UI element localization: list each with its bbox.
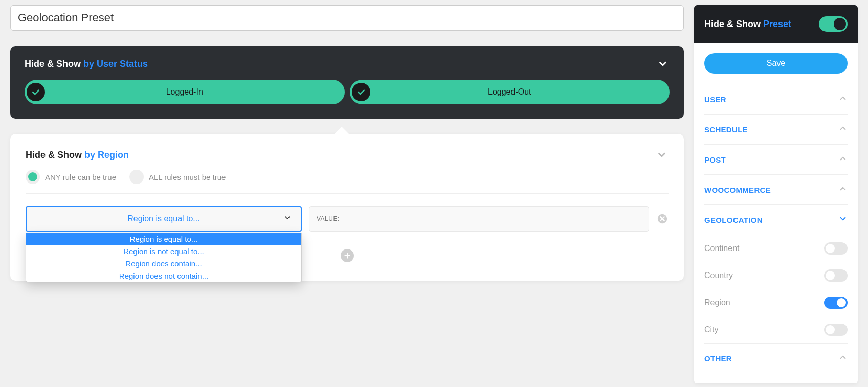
rule-condition-dropdown: Region is equal to... Region is not equa…: [26, 233, 302, 282]
sidebar-header: Hide & Show Preset: [694, 5, 858, 43]
chevron-up-icon: [838, 124, 848, 135]
sidebar-section-post[interactable]: POST: [704, 145, 848, 175]
chevron-down-icon[interactable]: [655, 148, 669, 162]
chevron-up-icon: [838, 154, 848, 165]
rule-value-input[interactable]: [309, 206, 649, 232]
by-region-label: by Region: [84, 150, 129, 160]
by-user-status-label: by User Status: [83, 59, 148, 69]
section-label: SCHEDULE: [704, 125, 748, 134]
logged-out-label: Logged-Out: [488, 87, 531, 97]
rule-mode-any-label: ANY rule can be true: [45, 173, 116, 181]
hide-show-prefix: Hide & Show: [25, 59, 83, 69]
sidebar-section-other[interactable]: OTHER: [704, 344, 848, 373]
chevron-up-icon: [838, 94, 848, 105]
toggle-knob: [826, 271, 835, 280]
chevron-down-icon: [283, 214, 292, 224]
geo-item-city: City: [704, 316, 848, 344]
section-label: POST: [704, 155, 726, 164]
geo-item-country: Country: [704, 262, 848, 289]
radio-icon: [26, 170, 40, 184]
sidebar: Hide & Show Preset Save USER SCHEDULE PO…: [694, 5, 858, 383]
region-toggle[interactable]: [824, 297, 848, 309]
dropdown-option-equal[interactable]: Region is equal to...: [26, 233, 301, 245]
dropdown-option-not-contain[interactable]: Region does not contain...: [26, 269, 301, 282]
toggle-knob: [826, 325, 835, 334]
toggle-knob: [837, 298, 846, 307]
logged-in-button[interactable]: Logged-In: [25, 80, 345, 104]
dropdown-option-contain[interactable]: Region does contain...: [26, 257, 301, 269]
rule-mode-any[interactable]: ANY rule can be true: [26, 170, 116, 184]
toggle-knob: [834, 18, 846, 30]
geo-item-region: Region: [704, 289, 848, 316]
country-toggle[interactable]: [824, 269, 848, 282]
sidebar-section-schedule[interactable]: SCHEDULE: [704, 115, 848, 145]
section-label: WOOCOMMERCE: [704, 186, 771, 194]
rule-condition-selected: Region is equal to...: [127, 214, 199, 223]
region-panel: Hide & Show by Region ANY rule can be tr…: [10, 134, 684, 281]
chevron-up-icon: [838, 353, 848, 364]
sidebar-section-user[interactable]: USER: [704, 84, 848, 115]
divider: [26, 193, 669, 194]
check-icon: [352, 83, 370, 101]
remove-rule-button[interactable]: [656, 213, 669, 225]
sidebar-section-woocommerce[interactable]: WOOCOMMERCE: [704, 175, 848, 205]
check-icon: [27, 83, 45, 101]
logged-out-button[interactable]: Logged-Out: [350, 80, 670, 104]
rule-mode-group: ANY rule can be true ALL rules must be t…: [26, 170, 669, 184]
chevron-down-icon: [838, 214, 848, 225]
preset-label: Preset: [763, 19, 791, 29]
add-rule-button[interactable]: [341, 249, 354, 262]
rule-mode-all[interactable]: ALL rules must be true: [129, 170, 226, 184]
preset-enable-toggle[interactable]: [819, 16, 848, 32]
geo-item-label: Continent: [704, 244, 740, 253]
section-label: OTHER: [704, 354, 732, 363]
logged-in-label: Logged-In: [166, 87, 203, 97]
geo-item-label: Region: [704, 298, 730, 307]
pointer-icon: [333, 127, 350, 135]
city-toggle[interactable]: [824, 324, 848, 336]
preset-title-input[interactable]: [10, 5, 684, 31]
hide-show-prefix: Hide & Show: [704, 19, 763, 29]
user-status-title: Hide & Show by User Status: [25, 59, 148, 70]
chevron-up-icon: [838, 184, 848, 195]
geo-item-label: City: [704, 325, 719, 334]
dropdown-option-not-equal[interactable]: Region is not equal to...: [26, 245, 301, 257]
sidebar-section-geolocation[interactable]: GEOLOCATION: [704, 205, 848, 235]
rule-condition-select[interactable]: Region is equal to...: [26, 206, 302, 232]
geo-item-label: Country: [704, 271, 733, 280]
save-button[interactable]: Save: [704, 53, 848, 74]
user-status-panel: Hide & Show by User Status Logged-In Log…: [10, 46, 684, 119]
rule-row: Region is equal to... Region is equal to…: [26, 206, 669, 232]
region-title: Hide & Show by Region: [26, 150, 129, 161]
radio-icon: [129, 170, 144, 184]
section-label: GEOLOCATION: [704, 216, 763, 224]
section-label: USER: [704, 95, 726, 104]
toggle-knob: [826, 244, 835, 253]
chevron-down-icon[interactable]: [656, 57, 670, 71]
sidebar-title: Hide & Show Preset: [704, 19, 791, 30]
rule-mode-all-label: ALL rules must be true: [149, 173, 226, 181]
geo-item-continent: Continent: [704, 235, 848, 262]
hide-show-prefix: Hide & Show: [26, 150, 84, 160]
continent-toggle[interactable]: [824, 242, 848, 255]
